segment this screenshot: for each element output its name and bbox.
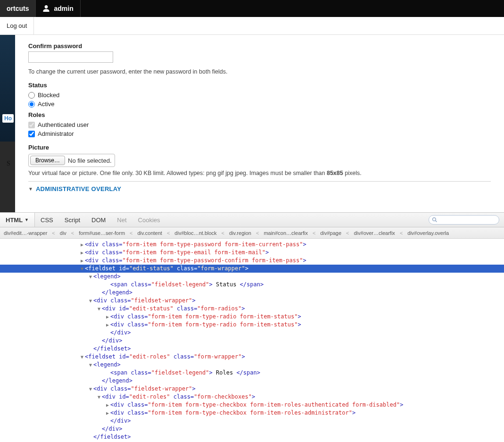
no-file-text: No file selected. — [68, 157, 112, 164]
devtools-tab-dom[interactable]: DOM — [86, 213, 111, 227]
status-blocked-row[interactable]: Blocked — [28, 92, 491, 99]
dom-node-row[interactable]: <span class="fieldset-legend"> Roles </s… — [0, 369, 504, 377]
twisty-closed-icon[interactable] — [105, 409, 110, 417]
role-authenticated-row: Authenticated user — [28, 121, 491, 128]
twisty-closed-icon[interactable] — [79, 249, 85, 257]
breadcrumb-segment[interactable]: form#use…ser-form — [79, 230, 125, 236]
twisty-open-icon[interactable] — [88, 273, 93, 281]
breadcrumb-segment[interactable]: div#overlay.overla — [407, 230, 449, 236]
dom-node-row[interactable]: </div> — [0, 425, 504, 433]
breadcrumb-sep: < — [400, 230, 403, 236]
dom-node-row[interactable]: <div class="form-item form-type-checkbox… — [0, 409, 504, 417]
dom-node-row[interactable]: <div class="form-item form-type-password… — [0, 257, 504, 265]
user-icon — [42, 5, 50, 12]
admin-toolbar: ortcuts admin — [0, 0, 504, 17]
browse-button[interactable]: Browse… — [30, 156, 65, 165]
twisty-closed-icon[interactable] — [79, 241, 85, 249]
twisty-open-icon[interactable] — [96, 305, 102, 313]
dom-node-row[interactable]: <div id="edit-roles" class="form-checkbo… — [0, 393, 504, 401]
admin-overlay-link[interactable]: ADMINISTRATIVE OVERLAY — [36, 185, 121, 192]
dom-node-row[interactable]: <div class="form-item form-type-password… — [0, 241, 504, 249]
status-active-text: Active — [38, 100, 54, 108]
picture-help-text: Your virtual face or picture. One file o… — [28, 170, 491, 176]
breadcrumb-segment[interactable]: main#con…clearfix — [264, 230, 308, 236]
twisty-open-icon[interactable] — [79, 353, 85, 361]
toolbar-user-label: admin — [54, 5, 73, 12]
home-link-fragment[interactable]: Ho — [2, 114, 14, 123]
dom-node-row[interactable]: </div> — [0, 417, 504, 425]
dom-node-row[interactable]: <div id="edit-status" class="form-radios… — [0, 305, 504, 313]
password-help-text: To change the current user password, ent… — [28, 68, 491, 75]
search-icon — [432, 217, 438, 223]
breadcrumb-sep: < — [167, 230, 170, 236]
dom-node-row[interactable]: </fieldset> — [0, 345, 504, 353]
dom-node-row[interactable]: </div> — [0, 329, 504, 337]
devtools-dom-tree[interactable]: <div class="form-item form-type-password… — [0, 239, 504, 442]
devtools-tab-html[interactable]: HTML▼ — [0, 213, 35, 227]
toolbar-user-button[interactable]: admin — [36, 0, 80, 17]
dom-node-row[interactable]: <legend> — [0, 361, 504, 369]
dom-node-row[interactable]: <div class="fieldset-wrapper"> — [0, 297, 504, 305]
logout-link[interactable]: Log out — [0, 17, 34, 34]
twisty-closed-icon[interactable] — [105, 401, 110, 409]
breadcrumb-sep: < — [71, 230, 74, 236]
search-label-fragment: S — [7, 160, 10, 167]
role-authenticated-text: Authenticated user — [38, 121, 89, 128]
breadcrumb-segment[interactable]: div#bloc…nt.block — [174, 230, 216, 236]
dom-node-row[interactable]: <fieldset id="edit-status" class="form-w… — [0, 265, 504, 273]
role-admin-text: Administrator — [38, 130, 74, 137]
picture-file-field[interactable]: Browse… No file selected. — [28, 154, 115, 167]
toolbar-shortcuts-button[interactable]: ortcuts — [0, 0, 36, 17]
twisty-open-icon[interactable] — [88, 385, 93, 393]
breadcrumb-segment[interactable]: div.region — [229, 230, 251, 236]
admin-overlay-fieldset[interactable]: ▼ ADMINISTRATIVE OVERLAY — [28, 181, 491, 192]
confirm-password-input[interactable] — [28, 51, 113, 63]
roles-label: Roles — [28, 111, 491, 118]
twisty-open-icon[interactable] — [88, 297, 93, 305]
breadcrumb-sep: < — [130, 230, 132, 236]
status-active-radio[interactable] — [28, 101, 35, 108]
dom-node-row[interactable]: </div> — [0, 337, 504, 345]
twisty-open-icon[interactable] — [96, 393, 102, 401]
role-admin-checkbox[interactable] — [28, 131, 35, 137]
confirm-password-label: Confirm password — [28, 42, 491, 50]
status-label: Status — [28, 82, 491, 89]
breadcrumb-sep: < — [52, 230, 55, 236]
dom-node-row[interactable]: <div class="form-item form-type-checkbox… — [0, 401, 504, 409]
dom-node-row[interactable]: <div class="form-item form-type-radio fo… — [0, 313, 504, 321]
devtools-search-input[interactable] — [429, 215, 499, 225]
chevron-down-icon: ▼ — [28, 186, 33, 192]
dom-node-row[interactable]: </legend> — [0, 377, 504, 385]
status-blocked-text: Blocked — [38, 92, 59, 99]
user-edit-form: Confirm password To change the current u… — [15, 35, 504, 212]
devtools-tabbar: HTML▼ CSS Script DOM Net Cookies — [0, 212, 504, 227]
dom-node-row[interactable]: <span class="fieldset-legend"> Status </… — [0, 281, 504, 289]
dom-node-row[interactable]: </legend> — [0, 289, 504, 297]
devtools-tab-css[interactable]: CSS — [35, 213, 59, 227]
status-blocked-radio[interactable] — [28, 92, 35, 99]
dom-node-row[interactable]: <div class="form-item form-type-email fo… — [0, 249, 504, 257]
twisty-closed-icon[interactable] — [105, 313, 110, 321]
status-active-row[interactable]: Active — [28, 100, 491, 108]
breadcrumb-segment[interactable]: div#page — [320, 230, 341, 236]
breadcrumb-segment[interactable]: div — [60, 230, 66, 236]
dom-node-row[interactable]: </fieldset> — [0, 433, 504, 441]
dom-node-row[interactable]: <fieldset id="edit-roles" class="form-wr… — [0, 353, 504, 361]
svg-line-1 — [436, 221, 437, 222]
twisty-open-icon[interactable] — [88, 361, 93, 369]
dom-node-row[interactable]: <div class="fieldset-wrapper"> — [0, 385, 504, 393]
dom-node-row[interactable]: <legend> — [0, 273, 504, 281]
role-authenticated-checkbox — [28, 122, 35, 128]
breadcrumb-segment[interactable]: div.content — [138, 230, 162, 236]
devtools-tab-net[interactable]: Net — [111, 213, 132, 227]
breadcrumb-segment[interactable]: div#edit…-wrapper — [4, 230, 47, 236]
devtools-tab-script[interactable]: Script — [59, 213, 86, 227]
twisty-closed-icon[interactable] — [105, 321, 110, 329]
breadcrumb-segment[interactable]: div#over…clearfix — [354, 230, 395, 236]
devtools-tab-cookies[interactable]: Cookies — [132, 213, 166, 227]
twisty-open-icon[interactable] — [79, 265, 85, 273]
role-admin-row[interactable]: Administrator — [28, 130, 491, 137]
twisty-closed-icon[interactable] — [79, 257, 85, 265]
dom-node-row[interactable]: <div class="form-item form-type-radio fo… — [0, 321, 504, 329]
devtools-breadcrumb[interactable]: div#edit…-wrapper<div<form#use…ser-form<… — [0, 227, 504, 239]
